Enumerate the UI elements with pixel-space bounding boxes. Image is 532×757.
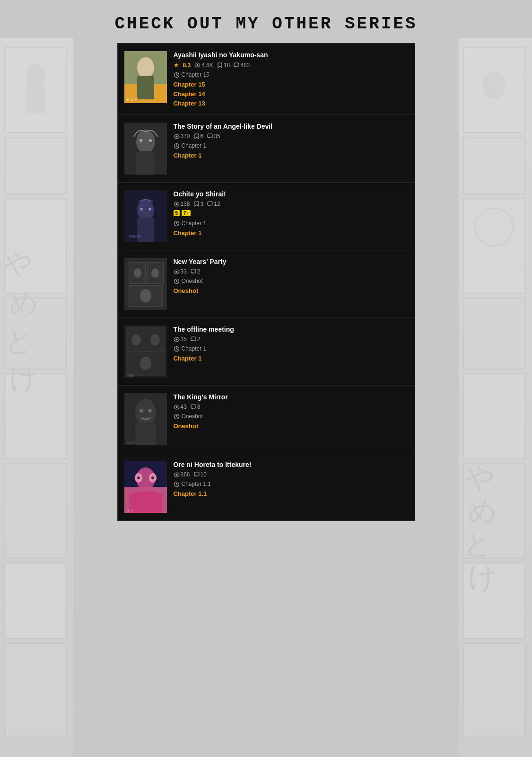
chapter-link-1[interactable]: Chapter 1 [174,229,408,237]
series-thumbnail[interactable]: DUAL [124,393,167,445]
series-stats: 366 10 [174,471,408,478]
views-stat: 43 [174,404,187,410]
views-stat: 370 [174,133,190,140]
series-info: Ochite yo Shirai! 138 3 [174,190,408,242]
chapter-link-1[interactable]: Chapter 15 [174,81,408,88]
bookmarks-stat: 3 [194,201,204,207]
svg-text:や: や [2,247,34,281]
series-item[interactable]: New Years' Party 33 2 [118,250,415,318]
series-item[interactable]: DUAL The King's Mirror 43 8 [118,386,415,453]
svg-point-73 [135,399,156,425]
svg-rect-1 [5,137,66,194]
svg-point-46 [140,208,143,211]
series-title[interactable]: Ochite yo Shirai! [174,190,408,198]
svg-point-89 [175,474,177,475]
series-info: The King's Mirror 43 8 [174,393,408,445]
series-list: ピュア Ayashii Iyashi no Yakumo-san ★ 8.3 4… [117,43,415,521]
series-title[interactable]: Ore ni Horeta to Ittekure! [174,461,408,468]
chapter-link-1[interactable]: Chapter 1 [174,355,408,362]
series-title[interactable]: The King's Mirror [174,393,408,401]
views-stat: 138 [174,201,190,207]
svg-point-39 [149,139,152,142]
svg-point-38 [140,139,142,142]
svg-text:め: め [468,495,497,527]
series-item[interactable]: ラブ Ore ni Horeta to Ittekure! 366 [118,453,415,520]
svg-text:会議: 会議 [127,374,133,377]
series-title[interactable]: New Years' Party [174,258,408,265]
svg-rect-34 [234,63,239,67]
svg-rect-17 [463,298,525,369]
series-thumbnail[interactable]: ピュア [124,51,167,103]
svg-point-76 [148,409,152,413]
svg-text:DUAL: DUAL [127,441,136,445]
series-latest: Chapter 1 [174,220,408,227]
latest-chapter: Chapter 1 [182,220,207,227]
chapter-link-1[interactable]: Chapter 1.1 [174,490,408,497]
series-item[interactable]: MANGA Ochite yo Shirai! 138 3 [118,183,415,250]
series-thumbnail[interactable] [124,123,167,175]
svg-point-86 [137,476,140,479]
svg-rect-7 [5,643,66,738]
chapter-link-1[interactable]: Oneshot [174,287,408,294]
series-title[interactable]: The offline meeting [174,326,408,333]
latest-chapter: Oneshot [182,413,203,420]
svg-point-57 [151,268,159,278]
svg-rect-5 [5,464,66,558]
svg-point-44 [137,200,154,220]
svg-point-69 [175,338,177,340]
svg-point-67 [140,357,151,370]
svg-rect-41 [208,134,212,138]
series-stats: 138 3 12 [174,201,408,207]
latest-chapter: Chapter 1 [182,345,207,352]
comments-stat: 2 [191,336,201,343]
svg-text:と: と [5,325,34,356]
svg-point-58 [140,289,151,302]
comments-stat: 2 [191,268,201,275]
badge-container: 5 7↑ [174,210,408,216]
series-title[interactable]: Ayashii Iyashi no Yakumo-san [174,51,408,59]
svg-rect-6 [5,563,66,639]
svg-rect-70 [191,337,196,341]
svg-text:ラブ: ラブ [127,509,134,512]
views-stat: 35 [174,336,187,343]
svg-point-40 [175,135,177,137]
series-stats: 43 8 [174,404,408,410]
series-info: The offline meeting 35 2 [174,326,408,378]
chapter-link-2[interactable]: Chapter 14 [174,90,408,97]
views-stat: 366 [174,471,190,478]
series-thumbnail[interactable] [124,258,167,310]
latest-chapter: Oneshot [182,278,203,284]
comments-stat: 12 [207,201,220,207]
chapter-link-3[interactable]: Chapter 13 [174,100,408,107]
series-item[interactable]: ピュア Ayashii Iyashi no Yakumo-san ★ 8.3 4… [118,44,415,115]
page-title: CHECK OUT MY OTHER SERIES [0,0,532,43]
svg-point-49 [175,203,177,205]
chapter-link-1[interactable]: Chapter 1 [174,152,408,159]
series-thumbnail[interactable]: MANGA [124,190,167,242]
svg-point-59 [175,271,177,273]
series-thumbnail[interactable]: 会議 [124,326,167,378]
series-info: New Years' Party 33 2 [174,258,408,310]
series-thumbnail[interactable]: ラブ [124,461,167,513]
series-latest: Chapter 1 [174,142,408,149]
series-item[interactable]: 会議 The offline meeting 35 2 [118,318,415,386]
svg-point-33 [197,64,199,66]
comments-stat: 35 [207,133,220,140]
series-item[interactable]: The Story of an Angel-like Devil 370 6 [118,115,415,183]
series-latest: Chapter 15 [174,71,408,78]
svg-text:け: け [468,562,497,593]
series-title[interactable]: The Story of an Angel-like Devil [174,123,408,130]
star-icon: ★ [174,62,179,69]
views-stat: 33 [174,268,187,275]
views-stat: 4.6K [194,62,213,69]
svg-point-65 [150,334,160,345]
svg-rect-18 [463,374,525,459]
svg-text:ピュア: ピュア [127,97,138,102]
svg-point-37 [136,130,155,153]
chapter-link-1[interactable]: Oneshot [174,423,408,430]
latest-chapter: Chapter 1 [182,142,207,149]
series-latest: Chapter 1 [174,345,408,352]
badge: 5 [174,210,180,216]
svg-text:め: め [9,287,38,318]
svg-point-8 [26,64,45,88]
